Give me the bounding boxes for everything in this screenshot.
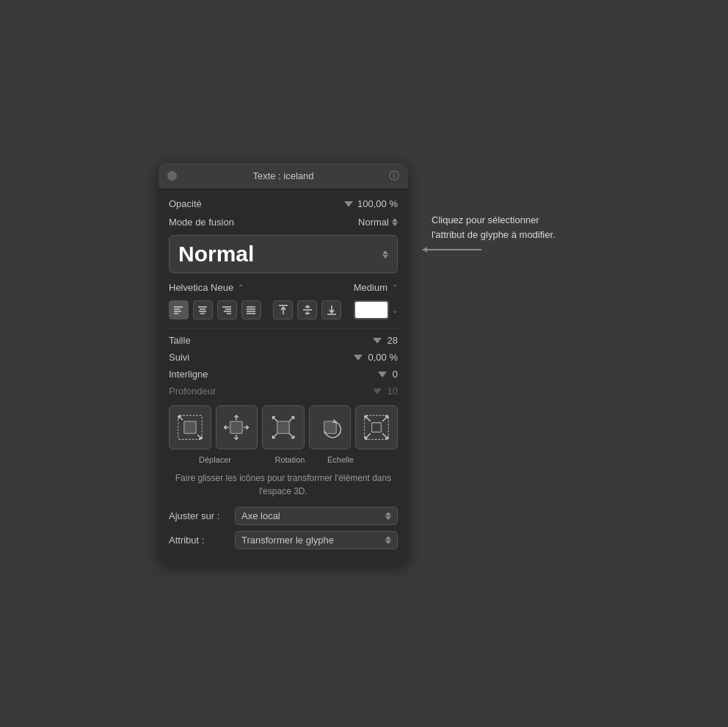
stepper-up-icon[interactable] xyxy=(385,512,391,516)
close-button[interactable] xyxy=(167,171,177,181)
tracking-label: Suivi xyxy=(169,352,189,363)
font-chevron-icon[interactable]: ⌃ xyxy=(238,283,244,292)
rotation-label: Rotation xyxy=(266,455,314,464)
blend-mode-value: Normal xyxy=(358,217,389,228)
titlebar: Texte : iceland ⓘ xyxy=(159,163,408,189)
text-color-button[interactable] xyxy=(354,300,389,319)
svg-rect-45 xyxy=(324,422,335,433)
transform-labels: Déplacer Rotation Échelle xyxy=(169,455,398,464)
size-label: Taille xyxy=(169,335,191,346)
axis-label: Ajuster sur : xyxy=(169,510,235,521)
align-right-button[interactable] xyxy=(217,300,237,319)
attribute-selector[interactable]: Transformer le glyphe xyxy=(235,531,398,549)
svg-line-51 xyxy=(382,433,387,438)
font-weight: Medium xyxy=(354,282,387,293)
tracking-value: 0,00 % xyxy=(368,352,398,363)
svg-rect-32 xyxy=(184,422,196,433)
scale-button[interactable] xyxy=(355,405,398,449)
svg-line-42 xyxy=(289,416,294,421)
window-title: Texte : iceland xyxy=(252,170,313,181)
size-slider-thumb[interactable] xyxy=(373,338,382,344)
valign-top-button[interactable] xyxy=(273,300,293,319)
linespace-value: 0 xyxy=(393,369,398,380)
svg-line-41 xyxy=(272,416,277,421)
blend-mode-display: Normal xyxy=(178,242,254,267)
axis-stepper[interactable] xyxy=(385,512,391,520)
tracking-row: Suivi 0,00 % xyxy=(169,352,398,363)
attribute-value: Transformer le glyphe xyxy=(241,535,334,546)
info-icon[interactable]: ⓘ xyxy=(389,170,399,183)
scale-label: Échelle xyxy=(318,455,363,464)
move-button-2[interactable] xyxy=(216,405,258,449)
move-button-1[interactable] xyxy=(169,405,211,449)
color-picker-row[interactable]: ⌄ xyxy=(354,300,398,319)
size-value: 28 xyxy=(387,335,398,346)
svg-rect-47 xyxy=(372,423,382,433)
align-center-button[interactable] xyxy=(193,300,213,319)
tracking-slider-thumb[interactable] xyxy=(354,355,363,361)
stepper-down-icon[interactable] xyxy=(385,516,391,520)
stepper-up-icon[interactable] xyxy=(392,218,398,222)
svg-line-49 xyxy=(382,416,387,422)
blend-mode-dropdown[interactable]: Normal xyxy=(169,235,398,273)
linespace-slider-thumb[interactable] xyxy=(378,372,387,377)
color-chevron-icon[interactable]: ⌄ xyxy=(392,306,398,314)
attribute-label: Attribut : xyxy=(169,535,235,546)
linespace-label: Interligne xyxy=(169,369,208,380)
valign-middle-button[interactable] xyxy=(297,300,317,319)
weight-chevron-icon[interactable]: ⌃ xyxy=(392,283,398,292)
stepper-down-icon[interactable] xyxy=(392,223,398,226)
font-row: Helvetica Neue ⌃ Medium ⌃ xyxy=(169,282,398,293)
svg-line-44 xyxy=(289,433,294,438)
transform-buttons xyxy=(169,405,398,449)
rotation-button[interactable] xyxy=(309,405,352,449)
svg-rect-40 xyxy=(277,422,289,433)
depth-slider-thumb[interactable] xyxy=(373,388,382,394)
svg-line-43 xyxy=(272,433,277,438)
opacity-row: Opacité 100,00 % xyxy=(169,198,398,209)
svg-line-50 xyxy=(365,433,371,438)
svg-line-48 xyxy=(365,416,371,422)
font-name: Helvetica Neue xyxy=(169,282,233,293)
opacity-slider-thumb[interactable] xyxy=(344,201,353,207)
app-window: Texte : iceland ⓘ Opacité 100,00 % Mode … xyxy=(159,163,569,564)
depth-row: Profondeur 10 xyxy=(169,386,398,397)
blend-dropdown-stepper[interactable] xyxy=(382,250,388,258)
move-button-3[interactable] xyxy=(262,405,305,449)
transform-hint: Faire glisser les icônes pour transforme… xyxy=(169,471,398,498)
opacity-label: Opacité xyxy=(169,198,202,209)
font-selector[interactable]: Helvetica Neue ⌃ xyxy=(169,282,244,293)
opacity-control[interactable]: 100,00 % xyxy=(344,198,398,209)
inspector-panel: Texte : iceland ⓘ Opacité 100,00 % Mode … xyxy=(159,163,408,564)
callout-text: Cliquez pour sélectionner l'attribut de … xyxy=(423,207,569,247)
blend-mode-row: Mode de fusion Normal xyxy=(169,217,398,228)
blend-mode-stepper[interactable] xyxy=(392,218,398,226)
blend-mode-selector[interactable]: Normal xyxy=(358,217,398,228)
stepper-down-icon[interactable] xyxy=(382,255,388,258)
opacity-value: 100,00 % xyxy=(357,198,398,209)
axis-value: Axe local xyxy=(241,510,280,521)
valign-bottom-button[interactable] xyxy=(321,300,341,319)
size-control[interactable]: 28 xyxy=(373,335,398,346)
stepper-up-icon[interactable] xyxy=(382,250,388,254)
alignment-row: ⌄ xyxy=(169,300,398,319)
callout: Cliquez pour sélectionner l'attribut de … xyxy=(423,207,569,250)
axis-selector[interactable]: Axe local xyxy=(235,507,398,525)
stepper-down-icon[interactable] xyxy=(385,540,391,544)
attribute-stepper[interactable] xyxy=(385,536,391,544)
stepper-up-icon[interactable] xyxy=(385,536,391,540)
axis-row: Ajuster sur : Axe local xyxy=(169,507,398,525)
linespace-control[interactable]: 0 xyxy=(378,369,398,380)
weight-selector[interactable]: Medium ⌃ xyxy=(354,282,398,293)
size-row: Taille 28 xyxy=(169,335,398,346)
align-justify-button[interactable] xyxy=(241,300,261,319)
move-label: Déplacer xyxy=(169,455,261,464)
separator-1 xyxy=(169,328,398,329)
tracking-control[interactable]: 0,00 % xyxy=(354,352,398,363)
svg-line-34 xyxy=(197,435,201,438)
callout-arrow-icon xyxy=(423,249,481,250)
svg-line-33 xyxy=(178,416,182,420)
callout-line xyxy=(423,249,481,250)
linespace-row: Interligne 0 xyxy=(169,369,398,380)
align-left-button[interactable] xyxy=(169,300,189,319)
